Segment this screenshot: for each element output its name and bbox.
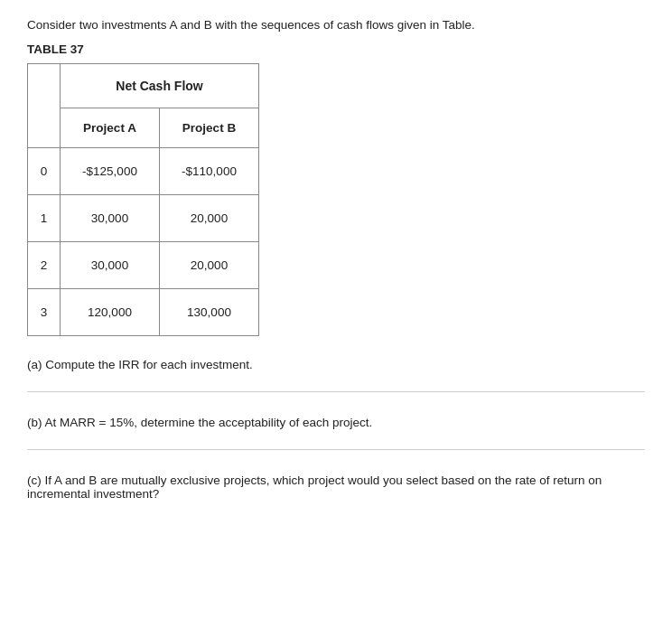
row-1-n: 1 [28, 195, 61, 242]
question-c-block: (c) If A and B are mutually exclusive pr… [27, 464, 645, 506]
row-1-b: 20,000 [160, 195, 259, 242]
row-0-a: -$125,000 [61, 148, 160, 195]
row-0-b: -$110,000 [160, 148, 259, 195]
divider-2 [27, 449, 645, 450]
sub-header-row: Project A Project B [28, 108, 259, 148]
question-b: (b) At MARR = 15%, determine the accepta… [27, 407, 645, 435]
row-0-n: 0 [28, 148, 61, 195]
table-wrapper: Net Cash Flow Project A Project B 0 -$12… [27, 63, 645, 336]
col-header-project-a: Project A [61, 108, 160, 148]
table-label: TABLE 37 [27, 42, 645, 56]
divider-1 [27, 391, 645, 392]
question-a: (a) Compute the IRR for each investment. [27, 349, 645, 377]
table-row: 0 -$125,000 -$110,000 [28, 148, 259, 195]
table-row: 2 30,000 20,000 [28, 242, 259, 289]
question-a-block: (a) Compute the IRR for each investment. [27, 349, 645, 377]
question-c: (c) If A and B are mutually exclusive pr… [27, 464, 645, 506]
table-row: 3 120,000 130,000 [28, 289, 259, 336]
cash-flow-table: Net Cash Flow Project A Project B 0 -$12… [27, 63, 259, 336]
row-1-a: 30,000 [61, 195, 160, 242]
header-net-cash-flow: Net Cash Flow [61, 64, 259, 108]
header-row: Net Cash Flow [28, 64, 259, 108]
row-2-n: 2 [28, 242, 61, 289]
col-header-project-b: Project B [160, 108, 259, 148]
header-empty-cell [28, 64, 61, 148]
intro-text: Consider two investments A and B with th… [27, 18, 645, 32]
row-2-b: 20,000 [160, 242, 259, 289]
row-2-a: 30,000 [61, 242, 160, 289]
question-b-block: (b) At MARR = 15%, determine the accepta… [27, 407, 645, 435]
row-3-b: 130,000 [160, 289, 259, 336]
table-row: 1 30,000 20,000 [28, 195, 259, 242]
row-3-n: 3 [28, 289, 61, 336]
row-3-a: 120,000 [61, 289, 160, 336]
